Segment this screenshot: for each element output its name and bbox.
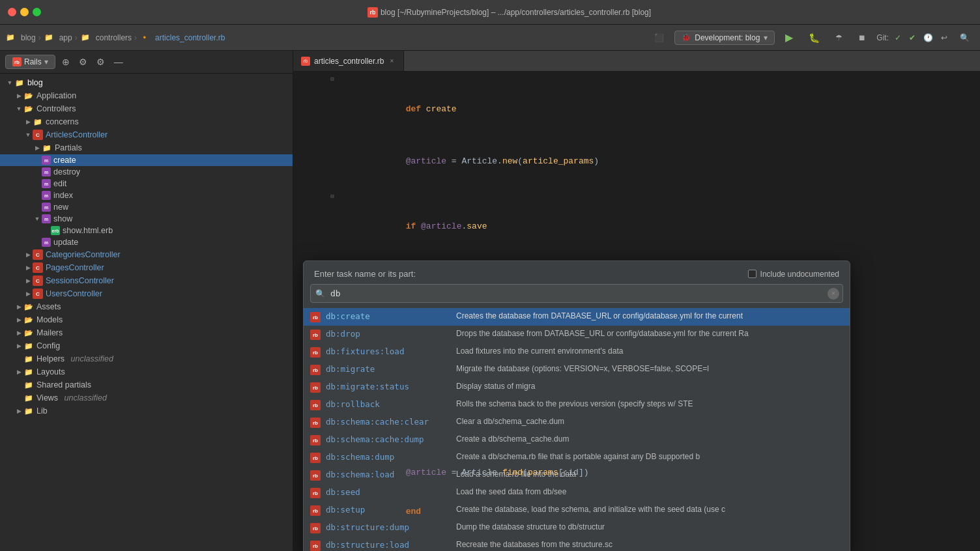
sidebar-item-partials[interactable]: 📁 Partials	[0, 141, 293, 154]
sidebar-item-config[interactable]: 📁 Config	[0, 339, 293, 352]
tree-label-models: Models	[36, 315, 63, 324]
tree-label-controllers: Controllers	[36, 104, 76, 113]
sidebar-item-sessions-controller[interactable]: C SessionsController	[0, 274, 293, 287]
sidebar-item-assets[interactable]: 📂 Assets	[0, 300, 293, 313]
include-undocumented-checkbox[interactable]	[748, 270, 757, 278]
code-text-b2: end	[342, 492, 980, 531]
task-item-db-migrate[interactable]: rb db:migrate Migrate the database (opti…	[304, 361, 850, 378]
toolbar-right: ⬛ 🐞 Development: blog ▾ ▶ 🐛 ☂ ⏹ Git: ✓ ✔…	[649, 29, 975, 46]
popup-header: Enter task name or its part: Include und…	[304, 261, 850, 284]
sidebar-item-index[interactable]: m index	[0, 190, 293, 201]
run-button[interactable]: ▶	[780, 29, 798, 46]
git-check2-icon[interactable]: ✔	[907, 31, 917, 44]
folder-icon-2: 📁	[44, 33, 54, 43]
task-item-db-structure-load[interactable]: rb db:structure:load Recreate the databa…	[304, 537, 850, 551]
create-action-icon: m	[42, 156, 51, 165]
minimize-button[interactable]	[20, 8, 29, 16]
sidebar-item-controllers[interactable]: 📂 Controllers	[0, 102, 293, 115]
git-check-icon[interactable]: ✓	[893, 31, 903, 44]
sidebar-item-application[interactable]: 📂 Application	[0, 89, 293, 102]
task-item-db-rollback[interactable]: rb db:rollback Rolls the schema back to …	[304, 396, 850, 414]
gear2-button[interactable]: ⚙	[94, 55, 108, 68]
tab-close-button[interactable]: ×	[388, 57, 396, 65]
run-config-dropdown[interactable]: 🐞 Development: blog ▾	[674, 31, 775, 45]
task-item-db-drop[interactable]: rb db:drop Drops the database from DATAB…	[304, 326, 850, 343]
tree-root-blog[interactable]: 📁 blog	[0, 76, 293, 89]
sidebar-item-show[interactable]: m show	[0, 213, 293, 225]
breadcrumb-blog[interactable]: blog	[21, 33, 36, 42]
tree-label-update: update	[53, 238, 78, 247]
settings-button[interactable]: ⚙	[76, 55, 90, 68]
sidebar-item-concerns[interactable]: 📁 concerns	[0, 115, 293, 128]
include-undocumented-label: Include undocumented	[760, 270, 839, 279]
sidebar-item-layouts[interactable]: 📁 Layouts	[0, 365, 293, 378]
task-item-db-fixtures-load[interactable]: rb db:fixtures:load Load fixtures into t…	[304, 343, 850, 361]
task-item-db-schema-cache-clear[interactable]: rb db:schema:cache:clear Clear a db/sche…	[304, 414, 850, 431]
sidebar-item-views[interactable]: 📁 Views unclassified	[0, 391, 293, 404]
search-clear-button[interactable]: ×	[828, 288, 839, 300]
popup-search[interactable]: 🔍 ×	[310, 284, 843, 303]
sidebar-item-models[interactable]: 📂 Models	[0, 313, 293, 326]
search-button[interactable]: 🔍	[955, 31, 975, 44]
articles-controller-icon: C	[33, 130, 43, 140]
editor-content[interactable]: def create @article = Article.new(articl…	[293, 72, 980, 551]
task-search-input[interactable]	[310, 284, 843, 303]
git-revert-icon[interactable]: ↩	[939, 31, 949, 44]
sidebar-item-categories-controller[interactable]: C CategoriesController	[0, 248, 293, 261]
tree-arrow-pages	[23, 263, 33, 272]
maximize-button[interactable]	[33, 8, 41, 16]
fold-icon-1[interactable]	[330, 77, 334, 83]
sidebar-item-helpers[interactable]: 📁 Helpers unclassified	[0, 352, 293, 365]
task-name-db-structure-load: db:structure:load	[326, 540, 456, 550]
categories-controller-icon: C	[33, 249, 43, 260]
sidebar-item-shared-partials[interactable]: 📁 Shared partials	[0, 378, 293, 391]
task-desc-db-drop: Drops the database from DATABASE_URL or …	[456, 329, 843, 338]
sidebar-item-show-html-erb[interactable]: erb show.html.erb	[0, 225, 293, 236]
close-button[interactable]	[8, 8, 16, 16]
sidebar-item-lib[interactable]: 📁 Lib	[0, 404, 293, 417]
sidebar-item-mailers[interactable]: 📂 Mailers	[0, 326, 293, 339]
rails-dropdown[interactable]: rb Rails ▾	[5, 55, 55, 69]
sidebar-item-users-controller[interactable]: C UsersController	[0, 287, 293, 300]
breadcrumb-file[interactable]: articles_controller.rb	[155, 33, 225, 42]
coverage-button[interactable]: ☂	[830, 31, 848, 44]
breadcrumb-app[interactable]: app	[59, 33, 72, 42]
tree-label-show-erb: show.html.erb	[63, 226, 113, 235]
task-item-db-create[interactable]: rb db:create Creates the database from D…	[304, 308, 850, 326]
tree-label-concerns: concerns	[46, 117, 79, 126]
collapse-button[interactable]: —	[111, 55, 126, 68]
popup-checkbox-area[interactable]: Include undocumented	[748, 270, 839, 279]
sidebar-item-articles-controller[interactable]: C ArticlesController	[0, 128, 293, 141]
sidebar-header: rb Rails ▾ ⊕ ⚙ ⚙ —	[0, 51, 293, 74]
sidebar-item-edit[interactable]: m edit	[0, 178, 293, 190]
debug-button[interactable]: 🐛	[803, 31, 825, 45]
tree-label-assets: Assets	[36, 302, 61, 311]
code-text-3	[342, 181, 980, 194]
add-button[interactable]: ⊕	[59, 55, 72, 68]
task-ruby-icon-6: rb	[310, 417, 321, 428]
tree-arrow-assets	[14, 302, 23, 311]
popup-title: Enter task name or its part:	[314, 269, 416, 279]
update-action-icon: m	[42, 238, 51, 247]
sidebar-item-new[interactable]: m new	[0, 201, 293, 213]
code-text-4: if @article.save	[342, 194, 980, 246]
chevron-down-icon: ▾	[764, 33, 768, 42]
fold-icon-4[interactable]	[330, 194, 334, 200]
tree-label-pages-controller: PagesController	[46, 263, 104, 272]
pages-controller-icon: C	[33, 262, 43, 273]
config-folder-icon: 📁	[23, 341, 34, 351]
square-icon-btn[interactable]: ⬛	[649, 31, 669, 44]
sidebar-item-create[interactable]: m create	[0, 154, 293, 166]
sidebar-item-pages-controller[interactable]: C PagesController	[0, 261, 293, 274]
task-item-db-migrate-status[interactable]: rb db:migrate:status Display status of m…	[304, 378, 850, 396]
stop-button[interactable]: ⏹	[853, 31, 871, 44]
tab-articles-controller[interactable]: rb articles_controller.rb ×	[293, 51, 404, 71]
tree-arrow-models	[14, 315, 23, 324]
breadcrumb-controllers[interactable]: controllers	[96, 33, 132, 42]
tree-label-index: index	[53, 191, 73, 200]
sidebar-item-destroy[interactable]: m destroy	[0, 166, 293, 178]
git-history-icon[interactable]: 🕐	[921, 31, 935, 44]
partials-folder-icon: 📁	[42, 143, 52, 153]
code-text-1: def create	[342, 77, 980, 129]
sidebar-item-update[interactable]: m update	[0, 236, 293, 248]
